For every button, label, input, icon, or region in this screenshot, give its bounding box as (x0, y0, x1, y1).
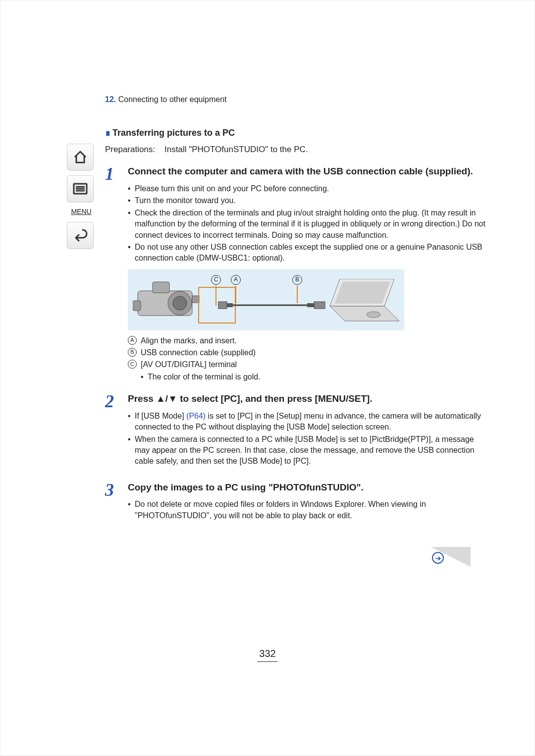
svg-rect-8 (153, 282, 169, 293)
step-title: Copy the images to a PC using "PHOTOfunS… (128, 481, 486, 494)
preparations-line: Preparations: Install "PHOTOfunSTUDIO" t… (105, 144, 486, 156)
legend-marker: C (128, 360, 137, 369)
svg-rect-10 (218, 302, 227, 309)
breadcrumb: 12. Connecting to other equipment (105, 94, 486, 105)
step-1-bullets: Please turn this unit on and your PC bef… (128, 183, 486, 264)
svg-marker-16 (334, 281, 390, 304)
camera-icon (133, 276, 207, 325)
page-content: 12. Connecting to other equipment ∎Trans… (105, 94, 486, 526)
page-number: 332 (257, 647, 277, 662)
connection-diagram: C A B (128, 269, 404, 330)
manual-page: MENU 12. Connecting to other equipment ∎… (0, 0, 535, 756)
svg-point-7 (173, 296, 187, 310)
chapter-number: 12. (105, 95, 116, 104)
step-3-bullets: Do not delete or move copied files or fo… (128, 499, 486, 521)
svg-rect-13 (307, 303, 314, 307)
svg-marker-17 (330, 306, 399, 321)
step-1: 1 Connect the computer and camera with t… (105, 165, 486, 383)
svg-rect-5 (133, 301, 141, 311)
next-page-corner[interactable]: ➜ (431, 547, 471, 567)
step-number: 2 (105, 392, 120, 472)
chapter-title: Connecting to other equipment (118, 95, 227, 104)
legend-marker: B (128, 348, 137, 357)
square-bullet-icon: ∎ (105, 128, 110, 138)
step-number: 1 (105, 165, 120, 383)
svg-rect-14 (314, 302, 325, 309)
toc-button[interactable] (67, 175, 94, 202)
svg-point-18 (367, 312, 380, 318)
laptop-icon (325, 279, 399, 324)
diagram-legend: AAlign the marks, and insert. BUSB conne… (128, 335, 486, 383)
home-button[interactable] (67, 144, 94, 170)
usb-cable-icon (218, 300, 326, 311)
step-3: 3 Copy the images to a PC using "PHOTOfu… (105, 481, 486, 526)
list-icon (73, 183, 88, 195)
step-2-bullets: If [USB Mode] (P64) is set to [PC] in th… (128, 411, 486, 467)
legend-marker: A (128, 336, 137, 345)
next-arrow-icon: ➜ (432, 552, 444, 564)
step-title: Connect the computer and camera with the… (128, 165, 486, 178)
diagram-label-b: B (292, 275, 302, 285)
step-2: 2 Press ▲/▼ to select [PC], and then pre… (105, 392, 486, 472)
section-heading: ∎Transferring pictures to a PC (105, 127, 486, 139)
side-nav: MENU (67, 144, 96, 249)
back-button[interactable] (67, 222, 94, 249)
back-icon (73, 229, 88, 242)
step-title: Press ▲/▼ to select [PC], and then press… (128, 392, 486, 406)
diagram-label-a: A (231, 275, 241, 285)
svg-rect-11 (227, 303, 233, 307)
step-number: 3 (105, 481, 120, 526)
diagram-label-c: C (211, 275, 221, 285)
page-link-p64[interactable]: (P64) (186, 412, 206, 420)
callout-line (215, 286, 216, 306)
menu-button[interactable]: MENU (67, 207, 96, 217)
home-icon (73, 150, 88, 164)
